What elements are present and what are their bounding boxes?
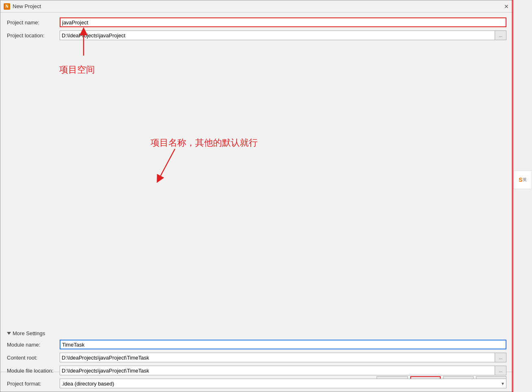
title-bar-left: N New Project (4, 3, 41, 10)
content-root-row: Content root: ... (7, 353, 506, 362)
module-file-location-input[interactable] (60, 366, 495, 375)
project-format-row: Project format: .idea (directory based) … (7, 379, 506, 388)
module-name-row: Module name: (7, 340, 506, 349)
module-name-label: Module name: (7, 342, 60, 348)
window-title: New Project (13, 3, 41, 9)
project-location-row: Project location: ... (7, 30, 506, 40)
project-name-row: Project name: (7, 17, 506, 27)
annotation-1: 项目空间 (59, 56, 95, 76)
project-name-input[interactable] (60, 17, 506, 27)
more-settings-label: More Settings (13, 330, 45, 336)
project-location-label: Project location: (7, 32, 60, 39)
content-root-label: Content root: (7, 355, 60, 361)
content-root-browse-button[interactable]: ... (495, 353, 506, 362)
close-button[interactable]: ✕ (503, 3, 510, 10)
title-bar: N New Project ✕ (0, 0, 513, 13)
right-edge-bar (512, 0, 513, 392)
annotation-2: 项目名称，其他的默认就行 (151, 137, 258, 153)
bottom-section: More Settings Module name: Content root:… (0, 330, 513, 392)
annotation-arrow-2 (151, 149, 199, 185)
svg-line-1 (159, 149, 175, 179)
module-file-location-row: Module file location: ... (7, 366, 506, 375)
annotation-text-2: 项目名称，其他的默认就行 (151, 137, 258, 149)
project-name-label: Project name: (7, 19, 60, 26)
module-name-input[interactable] (60, 340, 506, 349)
expand-icon (7, 332, 11, 335)
project-location-browse-button[interactable]: ... (495, 30, 506, 40)
app-icon: N (4, 3, 10, 10)
project-location-input[interactable] (60, 30, 495, 40)
project-format-label: Project format: (7, 381, 60, 387)
project-format-select[interactable]: .idea (directory based) (60, 379, 506, 388)
module-file-location-browse-button[interactable]: ... (495, 366, 506, 375)
module-file-location-label: Module file location: (7, 368, 60, 374)
project-format-select-wrapper: .idea (directory based) ▼ (60, 379, 506, 388)
annotation-text-1: 项目空间 (59, 64, 95, 76)
sogou-icon[interactable]: S 英 (513, 170, 532, 189)
more-settings-header: More Settings (7, 330, 506, 336)
top-section: Project name: Project location: ... (0, 13, 513, 43)
content-root-input[interactable] (60, 353, 495, 362)
dialog-window: N New Project ✕ Project name: Project lo… (0, 0, 513, 392)
main-area: 项目空间 项目名称，其他的默认就行 (0, 43, 513, 372)
